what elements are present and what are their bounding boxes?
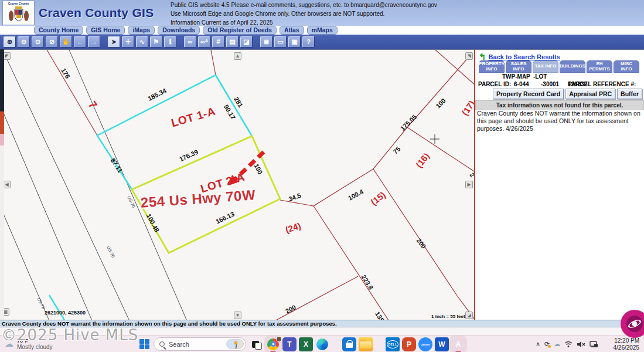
legend-list-button[interactable]: ≣ [260,36,272,48]
clock-time: 12:20 PM [614,337,640,344]
taskbar-powerpoint-icon[interactable]: P [402,337,416,351]
panel-tab-sales-info[interactable]: SALES INFO [506,60,531,73]
taskbar-store-icon[interactable] [342,337,356,351]
print-button[interactable]: ▣ [288,36,301,48]
pan-hand-button[interactable]: ✋ [60,36,72,48]
taskbar-excel-icon[interactable]: X [299,337,313,351]
onedrive-cloud-icon[interactable]: ☁ [554,340,560,348]
next-extent-button[interactable]: → [88,36,100,48]
parcel-record: TWP-MAP -LOT PARCEL ID: 6-044 -30001 PAR… [475,73,644,89]
zoom-full-extent-button[interactable]: ⊘ [46,36,58,48]
taskbar-acrobat-icon[interactable]: A [451,337,465,351]
pan-south-button[interactable]: ▼ [234,312,241,319]
property-record-card-button[interactable]: Property Record Card [493,89,564,99]
powerpoint-icon-letter: P [407,340,411,348]
hidden-icons-chevron[interactable]: ∧ [536,340,540,348]
grid-layers-icon: # [216,39,220,45]
coordinates-readout: 2621000, 425300 [45,310,86,316]
chrome-notification-badge [276,336,282,342]
panel-tab-tax-info[interactable]: TAX INFO [533,60,558,73]
pan-east-button[interactable]: ▶ [465,181,473,188]
taskbar-chrome-icon[interactable] [266,337,280,351]
teams-icon-letter: T [287,340,291,348]
previous-extent-button[interactable]: ← [74,36,86,48]
map-viewport[interactable]: 176185.3428190.1787.11176.39100166.13100… [0,49,475,320]
nav-tab-old-register-of-deeds[interactable]: Old Register of Deeds [203,26,277,35]
nav-tab-county-home[interactable]: County Home [34,26,83,35]
screen: Craven County Craven County GIS Public G… [0,0,644,352]
taskbar-zoom-icon[interactable]: zoom [418,337,432,351]
device-status-icon[interactable] [590,341,598,348]
acrobat-icon-letter: A [456,340,461,348]
nav-tab-imaps[interactable]: iMaps [128,26,155,35]
search-address-icon: ∞ᴬ [200,39,208,45]
wifi-icon[interactable] [564,341,573,348]
start-logo-square [139,344,144,349]
panel-tab-buildings[interactable]: BUILDINGS [560,60,585,73]
measure-line-icon: ∿ [139,39,145,45]
select-polygon-button[interactable]: ⚑ [150,36,162,48]
measure-scale-button[interactable]: ▭ [274,36,287,48]
notice-line-2: Use Microsoft Edge and Google Chrome onl… [171,9,437,18]
taskbar-file-explorer-icon[interactable] [359,337,373,351]
nav-tabs: County HomeGIS HomeiMapsDownloadsOld Reg… [34,26,338,35]
measure-line-button[interactable]: ∿ [136,36,148,48]
panel-tab-property-info[interactable]: PROPERTY INFO [479,60,505,73]
taskbar-word-icon[interactable]: W [435,337,449,351]
zoom-out-button[interactable]: ⊖ [18,36,30,48]
taskbar-edge-icon[interactable] [315,337,329,351]
weather-widget[interactable]: ☁ 70°F Mostly cloudy [5,337,53,351]
back-link-label: Back to Search Results [489,53,560,60]
panel-tab-misc-info[interactable]: MISC INFO [614,60,639,73]
pointer-select-button[interactable]: ➤ [108,36,120,48]
start-button[interactable] [139,339,149,349]
legend-list-icon: ≣ [264,39,269,45]
taskbar-search[interactable]: Search [154,337,246,351]
previous-extent-icon: ← [77,39,83,45]
taskbar-dell-icon[interactable]: DELL [386,337,400,351]
help-icon: ? [306,39,311,45]
map-scale-text: 1 inch = 55 feet [431,314,465,319]
nav-tab-gis-home[interactable]: GIS Home [86,26,125,35]
buffer-button[interactable]: Buffer [617,89,642,99]
taskbar-teams-icon[interactable]: T [282,337,297,351]
zoom-out-icon: ⊖ [21,39,26,45]
nav-tab-atlas[interactable]: Atlas [280,26,304,35]
volume-muted-icon[interactable] [577,341,585,348]
back-to-search-link[interactable]: ↰ Back to Search Results [479,52,560,61]
nav-tab-mmaps[interactable]: mMaps [307,26,338,35]
search-icon [159,341,165,347]
assistant-widget[interactable] [621,310,644,338]
panel-tab-eh-permits[interactable]: EH PERMITS [587,60,612,73]
desktop-strip [0,327,644,335]
twp-map-label: TWP-MAP [502,73,530,80]
lot-label: -LOT [533,73,547,80]
grid-layers-button[interactable]: # [212,36,224,48]
pan-north-button[interactable]: ▲ [234,52,241,60]
pointer-select-icon: ➤ [111,39,117,45]
identify-point-button[interactable]: ✛ [122,36,134,48]
select-polygon-icon: ⚑ [154,39,159,45]
taskbar-task-view-icon[interactable] [250,337,264,351]
update-sync-icon[interactable]: ⟳ [544,340,550,348]
search-daily-image[interactable] [226,339,244,349]
search-binoculars-button[interactable]: ∞ [184,36,196,48]
twp-map-value: 6-044 [514,81,529,87]
excel-icon-letter: X [304,340,308,348]
search-address-button[interactable]: ∞ᴬ [198,36,210,48]
help-button[interactable]: ? [302,36,315,48]
pan-northeast-button[interactable]: ◥ [465,52,473,60]
data-table-button[interactable]: ▤ [226,36,238,48]
clock-date: 4/26/2025 [614,344,640,351]
eraser-button[interactable]: ◪ [240,36,253,48]
taskbar-clock[interactable]: 12:20 PM 4/26/2025 [614,337,640,351]
nav-tab-downloads[interactable]: Downloads [158,26,200,35]
zoom-in-button[interactable]: ⊕ [4,36,16,48]
identify-info-icon: ℹ [169,39,171,45]
background-window-sliver [0,49,4,327]
resize-southeast-button[interactable]: ◢ [465,312,473,319]
identify-info-button[interactable]: ℹ [164,36,176,48]
zoom-window-button[interactable]: ⊙ [32,36,44,48]
appraisal-prc-button[interactable]: Appraisal PRC [565,89,615,99]
start-logo-square [145,344,149,349]
